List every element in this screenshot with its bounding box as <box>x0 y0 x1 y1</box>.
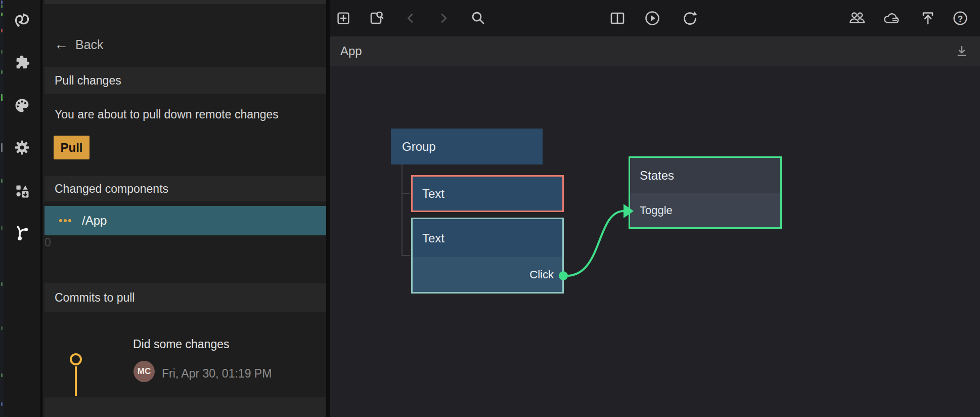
editor-minimap-strip <box>0 0 4 417</box>
breadcrumb[interactable]: App <box>340 36 362 66</box>
version-control-panel: ← Back Pull changes You are about to pul… <box>44 0 326 417</box>
minimap-mark <box>1 282 3 286</box>
tree-connector-vertical <box>402 164 403 256</box>
publish-upload-button[interactable] <box>918 8 938 28</box>
node-title: States <box>630 158 780 193</box>
app-logo-icon[interactable] <box>12 10 32 30</box>
commit-timestamp: Fri, Apr 30, 01:19 PM <box>162 367 272 381</box>
minimap-mark <box>1 29 3 32</box>
commit-graph-node <box>70 353 82 365</box>
add-node-button[interactable] <box>333 8 353 28</box>
changed-component-row[interactable]: /App <box>44 206 326 235</box>
collaborators-users-button[interactable] <box>847 8 867 28</box>
component-name: /App <box>82 214 107 228</box>
commit-author-avatar: MC <box>133 361 155 382</box>
back-label: Back <box>75 37 104 52</box>
styles-palette-icon[interactable] <box>12 95 32 115</box>
minimap-mark <box>1 326 3 330</box>
play-preview-button[interactable] <box>642 8 662 28</box>
node-states[interactable]: States Toggle <box>629 156 782 229</box>
node-input-port-toggle[interactable]: Toggle <box>630 193 780 227</box>
node-group[interactable]: Group <box>391 129 543 164</box>
panel-main-divider <box>326 0 330 417</box>
node-text-selected-teal[interactable]: Text Click <box>411 218 564 294</box>
node-title: Text <box>413 219 562 257</box>
tree-connector-tick <box>402 255 410 256</box>
node-output-port-click[interactable]: Click <box>413 257 562 292</box>
component-search-button[interactable] <box>366 8 386 28</box>
download-icon[interactable] <box>952 41 972 61</box>
panel-top-divider <box>44 0 326 4</box>
minimap-mark <box>1 226 3 230</box>
commit-message: Did some changes <box>133 338 230 351</box>
minimap-mark <box>1 13 3 16</box>
back-button[interactable]: ← Back <box>54 32 104 57</box>
navigate-forward-button[interactable] <box>433 8 454 28</box>
editor-toolbar: ? <box>330 0 980 36</box>
node-graph-canvas[interactable]: Group Text Text Click States Toggle <box>330 66 980 417</box>
minimap-mark <box>1 179 3 183</box>
cloud-services-button[interactable] <box>881 8 902 28</box>
pull-message: You are about to pull down remote change… <box>55 108 279 121</box>
minimap-mark <box>1 70 3 74</box>
minimap-mark <box>1 94 3 101</box>
node-text-selected-red[interactable]: Text <box>411 175 564 212</box>
split-view-button[interactable] <box>607 8 628 28</box>
minimap-mark <box>1 50 3 54</box>
back-arrow-icon: ← <box>54 37 68 52</box>
changed-count: 0 <box>44 236 51 249</box>
components-shapes-icon[interactable] <box>12 181 32 201</box>
pull-button[interactable]: Pull <box>54 136 90 159</box>
pull-changes-header: Pull changes <box>44 67 326 94</box>
canvas-header-bar: App <box>330 36 980 66</box>
help-button[interactable]: ? <box>950 8 970 28</box>
node-editor-area: ? App Group Text Text Click States Toggl… <box>330 0 980 417</box>
minimap-mark <box>1 373 3 377</box>
commit-graph-line <box>75 366 77 396</box>
minimap-mark <box>1 1 3 4</box>
tree-connector-tick <box>402 193 410 194</box>
plugins-puzzle-icon[interactable] <box>12 53 32 73</box>
minimap-mark <box>1 5 3 8</box>
search-button[interactable] <box>468 8 488 28</box>
component-ellipsis-icon <box>59 219 73 222</box>
left-icon-sidebar <box>4 0 42 417</box>
settings-gear-icon[interactable] <box>12 137 32 157</box>
refresh-button[interactable] <box>679 8 699 28</box>
minimap-mark <box>1 402 3 406</box>
commits-to-pull-header: Commits to pull <box>44 283 326 312</box>
minimap-mark <box>1 143 3 152</box>
version-control-branch-icon[interactable] <box>12 222 32 242</box>
question-mark-glyph: ? <box>958 14 963 24</box>
changed-components-header: Changed components <box>44 176 326 201</box>
navigate-back-button[interactable] <box>400 8 421 28</box>
panel-bottom-section <box>44 397 326 417</box>
